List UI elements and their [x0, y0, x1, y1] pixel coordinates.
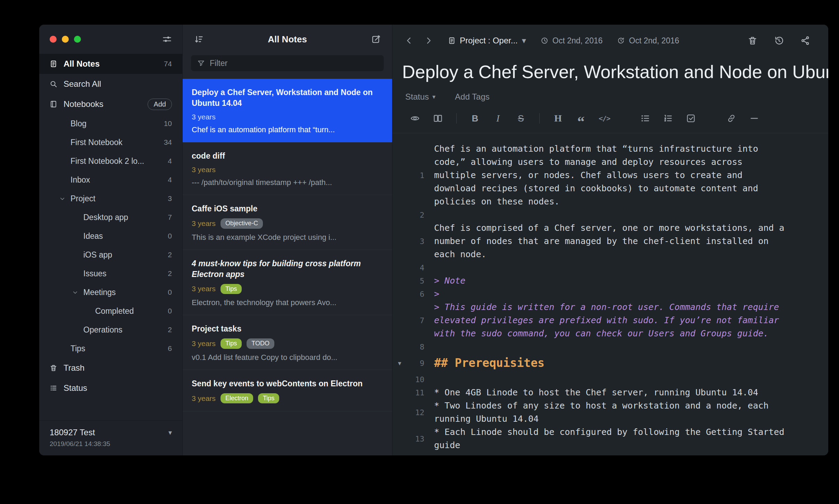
- notebook-item-first-notebook-2[interactable]: First Notebook 2 lo... 4: [39, 152, 182, 170]
- app-window: All Notes 74 Search All Notebooks Add Bl…: [39, 25, 828, 455]
- notebook-label: Desktop app: [83, 213, 128, 222]
- notebook-item-tips[interactable]: Tips 6: [39, 339, 182, 358]
- note-tag[interactable]: Objective-C: [221, 218, 263, 229]
- forward-chevron-icon[interactable]: [424, 36, 433, 45]
- editor-line-text[interactable]: ## Prerequisites: [434, 353, 545, 373]
- note-count: 0: [168, 288, 172, 296]
- trash-icon[interactable]: [748, 36, 757, 45]
- line-number: 3: [420, 237, 424, 246]
- blockquote-button[interactable]: “: [576, 113, 586, 124]
- new-note-icon[interactable]: [371, 34, 381, 44]
- note-title: Send key events to webContents on Electr…: [192, 378, 383, 389]
- notebook-selector[interactable]: Project : Oper... ▾: [448, 36, 526, 45]
- markdown-editor[interactable]: 1 Chef is an automation platform that “t…: [392, 133, 828, 455]
- zoom-window-button[interactable]: [74, 36, 81, 43]
- back-chevron-icon[interactable]: [404, 36, 414, 45]
- add-tags-button[interactable]: Add Tags: [455, 92, 490, 102]
- sidebar-item-trash[interactable]: Trash: [39, 358, 182, 378]
- sidebar-item-all-notes[interactable]: All Notes 74: [39, 54, 182, 74]
- editor-line-text[interactable]: Chef is comprised of a Chef server, one …: [434, 221, 784, 261]
- note-tag[interactable]: Tips: [258, 393, 279, 404]
- close-window-button[interactable]: [50, 36, 57, 43]
- editor-line: 4: [392, 261, 828, 274]
- note-icon: [448, 37, 456, 44]
- sidebar-item-notebooks[interactable]: Notebooks Add: [39, 94, 182, 114]
- notebook-item-first-notebook[interactable]: First Notebook 34: [39, 133, 182, 152]
- storage-name: 180927 Test: [50, 428, 95, 437]
- note-list-item[interactable]: Deploy a Chef Server, Workstation and No…: [183, 79, 392, 142]
- history-icon[interactable]: [774, 36, 784, 45]
- fold-caret-icon[interactable]: ▾: [398, 359, 401, 367]
- editor-line-text[interactable]: >: [434, 287, 439, 301]
- sidebar-item-status[interactable]: Status: [39, 378, 182, 398]
- note-title-heading[interactable]: Deploy a Chef Server, Workstation and No…: [392, 57, 828, 82]
- note-list-item[interactable]: Project tasks 3 years Tips TODO v0.1 Add…: [183, 315, 392, 370]
- notebook-item-desktop-app[interactable]: Desktop app 7: [39, 208, 182, 227]
- storage-footer[interactable]: 180927 Test ▾ 2019/06/21 14:38:35: [39, 420, 182, 455]
- editor-line-text[interactable]: * Two Linodes of any size to host a work…: [434, 399, 784, 426]
- editor-line-text[interactable]: * One 4GB Linode to host the Chef server…: [434, 386, 758, 399]
- notebook-item-project[interactable]: Project 3: [39, 189, 182, 208]
- notebook-item-completed[interactable]: Completed 0: [39, 302, 182, 320]
- notebook-item-ios-app[interactable]: iOS app 2: [39, 245, 182, 264]
- minimize-window-button[interactable]: [62, 36, 69, 43]
- ordered-list-icon[interactable]: [663, 113, 673, 124]
- notebook-label: Ideas: [83, 232, 103, 241]
- chevron-down-icon[interactable]: [67, 289, 83, 296]
- heading-button[interactable]: H: [553, 113, 563, 124]
- note-count: 4: [168, 176, 172, 184]
- chevron-down-icon[interactable]: [54, 195, 70, 202]
- note-age: 3 years: [192, 285, 216, 293]
- sort-descending-icon[interactable]: [194, 34, 203, 44]
- add-notebook-button[interactable]: Add: [148, 99, 172, 110]
- chevron-down-icon: ▾: [432, 93, 435, 101]
- chevron-down-icon[interactable]: ▾: [168, 428, 172, 437]
- status-list-icon: [50, 384, 57, 392]
- note-tag[interactable]: Tips: [221, 338, 242, 349]
- note-count: 2: [168, 269, 172, 278]
- notebook-item-inbox[interactable]: Inbox 4: [39, 170, 182, 189]
- notebook-item-issues[interactable]: Issues 2: [39, 264, 182, 283]
- note-count: 34: [164, 138, 172, 146]
- link-icon[interactable]: [726, 113, 737, 124]
- note-list-item[interactable]: Send key events to webContents on Electr…: [183, 370, 392, 412]
- italic-button[interactable]: I: [493, 113, 503, 124]
- code-button[interactable]: </>: [599, 113, 610, 124]
- editor-line-text[interactable]: Chef is an automation platform that “tur…: [434, 142, 784, 208]
- share-icon[interactable]: [800, 36, 810, 45]
- preferences-icon[interactable]: [162, 34, 172, 44]
- status-dropdown[interactable]: Status ▾: [405, 92, 435, 102]
- task-list-icon[interactable]: [686, 113, 696, 124]
- editor-line-text[interactable]: > This guide is written for a non-root u…: [434, 301, 784, 340]
- notebook-label: First Notebook: [70, 138, 123, 147]
- notebook-item-meetings[interactable]: Meetings 0: [39, 283, 182, 302]
- split-view-icon[interactable]: [433, 113, 443, 124]
- strikethrough-button[interactable]: S: [516, 113, 526, 124]
- notebook-item-ideas[interactable]: Ideas 0: [39, 227, 182, 245]
- sidebar-item-search-all[interactable]: Search All: [39, 74, 182, 94]
- filter-input[interactable]: [210, 59, 377, 68]
- note-snippet: This is an example XCode project using i…: [192, 233, 383, 242]
- note-tag[interactable]: Tips: [221, 284, 242, 294]
- note-age: 3 years: [192, 339, 216, 348]
- note-snippet: v0.1 Add list feature Copy to clipboard …: [192, 353, 383, 362]
- note-age: 3 years: [192, 166, 216, 174]
- bold-button[interactable]: B: [470, 113, 480, 124]
- note-list-item[interactable]: code diff 3 years --- /path/to/original …: [183, 142, 392, 195]
- note-snippet: Chef is an automation platform that “tur…: [192, 125, 383, 134]
- editor-line: 13 * Each Linode should be configured by…: [392, 426, 828, 452]
- editor-line-text[interactable]: > Note: [434, 274, 465, 287]
- editor-line-text[interactable]: * Each Linode should be configured by fo…: [434, 426, 784, 452]
- note-list-item[interactable]: Caffe iOS sample 3 years Objective-C Thi…: [183, 195, 392, 250]
- note-tag[interactable]: Electron: [221, 393, 253, 404]
- horizontal-rule-icon[interactable]: [749, 113, 759, 124]
- note-list-item[interactable]: 4 must-know tips for building cross plat…: [183, 250, 392, 316]
- editor-line: 6 >: [392, 287, 828, 301]
- eye-icon[interactable]: [410, 113, 420, 124]
- notebook-item-operations[interactable]: Operations 2: [39, 320, 182, 339]
- note-tag[interactable]: TODO: [247, 338, 274, 349]
- notebook-item-blog[interactable]: Blog 10: [39, 114, 182, 133]
- note-age: 3 years: [192, 219, 216, 228]
- bullet-list-icon[interactable]: [640, 113, 650, 124]
- note-list[interactable]: Deploy a Chef Server, Workstation and No…: [183, 79, 392, 455]
